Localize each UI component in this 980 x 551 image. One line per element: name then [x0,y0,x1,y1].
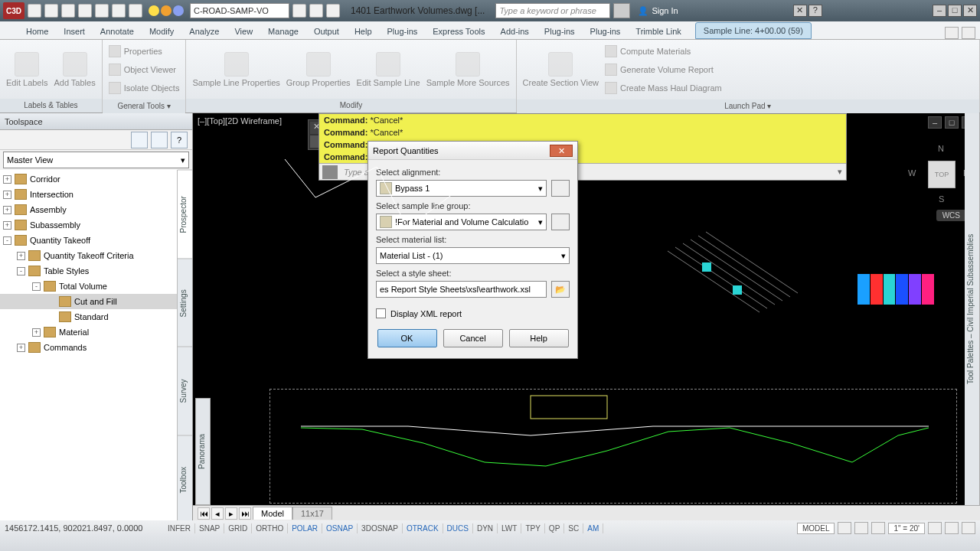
style-sheet-input[interactable]: es Report Style Sheets\xsl\earthwork.xsl [376,281,547,298]
ribbon-min-icon[interactable] [962,27,975,39]
minimize-button[interactable]: – [933,5,946,17]
matlist-combo[interactable]: Material List - (1)▾ [376,247,570,264]
xml-checkbox-row[interactable]: Display XML report [376,308,570,318]
toggle-osnap[interactable]: OSNAP [322,523,358,533]
qat-new-icon[interactable] [28,4,41,18]
isolate-button[interactable]: Isolate Objects [109,80,180,96]
model-pill[interactable]: MODEL [797,523,835,534]
anno-scale-combo[interactable]: 1" = 20' [888,523,925,534]
tree-node-cut-and-fill[interactable]: Cut and Fill [0,294,177,309]
ribbon-tab-plug-ins[interactable]: Plug-ins [537,24,583,39]
ribbon-tab-modify[interactable]: Modify [142,24,181,39]
tree-node-material[interactable]: +Material [0,324,177,340]
view-cube[interactable]: N S W E TOP [911,144,972,205]
toggle-qp[interactable]: QP [545,523,564,533]
app-logo[interactable]: C3D [3,2,24,19]
ts-btn-2[interactable] [151,132,168,148]
properties-button[interactable]: Properties [109,43,180,60]
qat-saveas-icon[interactable] [78,4,92,18]
status-icon-6[interactable] [962,522,975,534]
compute-materials-button[interactable]: Compute Materials [605,43,722,60]
ribbon-tab-plug-ins[interactable]: Plug-ins [583,24,629,39]
toggle-infer[interactable]: INFER [164,523,195,533]
status-icon-1[interactable] [838,522,851,534]
toggle-ducs[interactable]: DUCS [443,523,473,533]
qat-save-icon[interactable] [61,4,75,18]
volume-report-button[interactable]: Generate Volume Report [605,61,722,78]
expand-icon[interactable]: + [3,206,11,214]
vp-min-button[interactable]: – [928,116,942,129]
expand-icon[interactable]: - [17,267,25,276]
tree-node-standard[interactable]: Standard [0,309,177,324]
ribbon-cycle-icon[interactable] [945,27,959,39]
edit-sample-line-button[interactable]: Edit Sample Line [357,52,420,87]
toggle-dyn[interactable]: DYN [473,523,498,533]
qat-match-icon[interactable] [309,4,323,18]
search-icon[interactable] [613,3,630,18]
sun-icon[interactable] [161,5,172,16]
dialog-close-button[interactable]: ✕ [550,145,573,157]
ribbon-tab-annotate[interactable]: Annotate [93,24,142,39]
expand-icon[interactable]: + [3,221,11,230]
tree-node-subassembly[interactable]: +Subassembly [0,217,177,233]
dialog-titlebar[interactable]: Report Quantities ✕ [368,142,577,160]
exchange-icon[interactable]: ✕ [793,5,807,17]
tree-node-quantity-takeoff[interactable]: -Quantity Takeoff [0,233,177,248]
checkbox-icon[interactable] [376,308,386,318]
ribbon-tab-trimble-link[interactable]: Trimble Link [628,24,689,39]
ribbon-tab-home[interactable]: Home [18,24,56,39]
expand-icon[interactable]: - [3,236,11,245]
sample-line-props-button[interactable]: Sample Line Properties [192,52,279,87]
status-icon-2[interactable] [854,522,868,534]
expand-icon[interactable]: + [3,191,11,199]
tab-first-icon[interactable]: ⏮ [198,507,210,520]
create-section-view-button[interactable]: Create Section View [523,52,599,87]
expand-icon[interactable]: + [32,328,41,337]
tree-node-table-styles[interactable]: -Table Styles [0,263,177,279]
toggle-lwt[interactable]: LWT [498,523,521,533]
ribbon-tab-output[interactable]: Output [306,24,347,39]
panorama-tab[interactable]: Panorama [195,398,211,505]
toggle-am[interactable]: AM [583,523,603,533]
alignment-pick-button[interactable] [551,180,570,197]
more-sources-button[interactable]: Sample More Sources [426,52,510,87]
status-icon-4[interactable] [928,522,942,534]
cmd-expand-icon[interactable]: ▾ [834,167,846,177]
ribbon-tab-help[interactable]: Help [347,24,380,39]
status-icon-5[interactable] [945,522,959,534]
tree-node-assembly[interactable]: +Assembly [0,202,177,217]
add-tables-button[interactable]: Add Tables [54,52,95,87]
tab-model[interactable]: Model [253,507,292,520]
toggle-3dosnap[interactable]: 3DOSNAP [358,523,403,533]
qat-open-icon[interactable] [44,4,58,18]
vc-top-face[interactable]: TOP [928,161,956,188]
side-tab-prospector[interactable]: Prospector [178,170,192,259]
toggle-grid[interactable]: GRID [224,523,252,533]
help-button[interactable]: Help [509,329,569,347]
expand-icon[interactable]: + [17,344,25,352]
slg-combo[interactable]: !For Material and Volume Calculatio▾ [376,214,547,230]
wcs-badge[interactable]: WCS [936,210,966,221]
maximize-button[interactable]: □ [948,5,962,17]
master-view-combo[interactable]: Master View▾ [3,152,189,168]
toggle-polar[interactable]: POLAR [288,523,322,533]
qat-drop-icon[interactable] [326,4,340,18]
ts-btn-help-icon[interactable]: ? [171,132,188,148]
tab-last-icon[interactable]: ⏭ [239,507,251,520]
layer-combo[interactable]: C-ROAD-SAMP-VO [190,3,289,18]
ribbon-tab-manage[interactable]: Manage [260,24,306,39]
qat-undo-icon[interactable] [112,4,126,18]
expand-icon[interactable]: - [32,282,41,291]
close-button[interactable]: ✕ [963,5,977,17]
vc-south[interactable]: S [939,194,944,204]
toolspace-tree[interactable]: +Corridor+Intersection+Assembly+Subassem… [0,170,177,523]
context-tab[interactable]: Sample Line: 4+00.00 (59) [695,22,812,39]
cancel-button[interactable]: Cancel [443,329,503,347]
toggle-otrack[interactable]: OTRACK [403,523,443,533]
object-viewer-button[interactable]: Object Viewer [109,61,180,78]
edit-labels-button[interactable]: Edit Labels [6,52,47,87]
search-input[interactable]: Type a keyword or phrase [495,3,610,18]
tool-palettes-tab[interactable]: Tool Palettes – Civil Imperial Subassemb… [965,113,980,505]
ts-btn-1[interactable] [131,132,148,148]
expand-icon[interactable]: + [3,175,11,184]
